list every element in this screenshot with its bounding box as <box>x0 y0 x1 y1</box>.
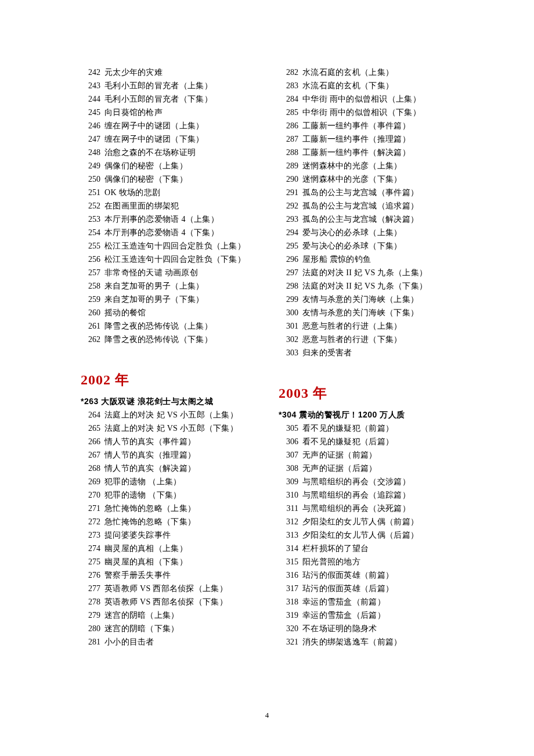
episode-line: 288工藤新一纽约事件（解决篇） <box>279 146 456 159</box>
episode-title: 缠在网子中的谜团（下集） <box>104 132 204 146</box>
episode-number: 255 <box>81 239 100 253</box>
episode-line: 287工藤新一纽约事件（推理篇） <box>279 132 456 146</box>
episode-number: 254 <box>81 226 100 239</box>
episode-line: 307无声的证据（前篇） <box>279 448 456 462</box>
episode-title: 友情与杀意的关门海峡（下集） <box>302 306 418 319</box>
episode-number: 276 <box>81 568 100 582</box>
episode-title: 归来的受害者 <box>302 346 352 359</box>
episode-line: 274幽灵屋的真相（上集） <box>81 542 258 555</box>
episode-title: 夕阳染红的女儿节人偶（前篇） <box>302 515 418 528</box>
episode-number: 287 <box>279 132 298 146</box>
episode-number: 300 <box>279 306 298 319</box>
episode-line: 282水流石庭的玄机（上集） <box>279 66 456 79</box>
episode-number: 289 <box>279 159 298 172</box>
episode-number: 305 <box>279 422 298 435</box>
episode-number: 297 <box>279 266 298 279</box>
episode-title: 急忙掩饰的忽略（下集） <box>104 515 196 528</box>
episode-title: 无声的证据（前篇） <box>302 448 377 462</box>
episode-line: 272急忙掩饰的忽略（下集） <box>81 515 258 528</box>
episode-title: 毛利小五郎的冒充者（下集） <box>104 92 212 106</box>
episode-line: 296屋形船 震惊的钓鱼 <box>279 253 456 266</box>
episode-number: 283 <box>279 79 298 92</box>
episode-title: 毛利小五郎的冒充者（上集） <box>104 79 212 92</box>
episode-title: 工藤新一纽约事件（事件篇） <box>302 119 410 132</box>
episode-title: 水流石庭的玄机（上集） <box>302 66 394 79</box>
episode-title: 本厅刑事的恋爱物语 4（上集） <box>104 213 219 226</box>
episode-number: 292 <box>279 199 298 213</box>
episode-line: 252在图画里面的绑架犯 <box>81 199 258 213</box>
episode-line: 281小小的目击者 <box>81 635 258 649</box>
episode-number: 264 <box>81 408 100 422</box>
episode-number: 262 <box>81 333 100 346</box>
episode-title: 消失的绑架逃逸车（前篇） <box>302 635 402 649</box>
episode-title: 摇动的餐馆 <box>104 306 146 319</box>
episode-line: 265法庭上的对决 妃 VS 小五郎（下集） <box>81 422 258 435</box>
episode-line: 293孤岛的公主与龙宫城（解决篇） <box>279 213 456 226</box>
episode-title: 阳光普照的地方 <box>302 555 360 568</box>
episode-line: 262降雪之夜的恐怖传说（下集） <box>81 333 258 346</box>
episode-title: 无声的证据（后篇） <box>302 462 377 475</box>
episode-line: 269犯罪的遗物 （上集） <box>81 475 258 488</box>
episode-line: 299友情与杀意的关门海峡（上集） <box>279 293 456 306</box>
episode-title: 友情与杀意的关门海峡（上集） <box>302 293 418 306</box>
episode-title: 恶意与胜者的行进（下集） <box>302 333 402 346</box>
episode-line: 290迷惘森林中的光彦（下集） <box>279 172 456 186</box>
episode-line: 306看不见的嫌疑犯（后篇） <box>279 435 456 448</box>
episode-number: 303 <box>279 346 298 359</box>
episode-title: 犯罪的遗物 （下集） <box>104 488 182 502</box>
episode-line: 308无声的证据（后篇） <box>279 462 456 475</box>
episode-title: 与黑暗组织的再会（交涉篇） <box>302 475 410 488</box>
episode-title: 偶像们的秘密（上集） <box>104 159 187 172</box>
episode-title: 偶像们的秘密（下集） <box>104 172 187 186</box>
episode-line: 320不在场证明的隐身术 <box>279 622 456 635</box>
episode-title: 在图画里面的绑架犯 <box>104 199 179 213</box>
episode-line: 305看不见的嫌疑犯（前篇） <box>279 422 456 435</box>
episode-line: 242元太少年的灾难 <box>81 66 258 79</box>
episode-number: 279 <box>81 609 100 622</box>
episode-line: 278英语教师 VS 西部名侦探（下集） <box>81 595 258 609</box>
episode-number: 248 <box>81 146 100 159</box>
episode-number: 267 <box>81 448 100 462</box>
episode-title: 栏杆损坏的了望台 <box>302 542 369 555</box>
episode-number: 272 <box>81 515 100 528</box>
episode-title: 警察手册丢失事件 <box>104 568 171 582</box>
episode-list-right-top: 282水流石庭的玄机（上集）283水流石庭的玄机（下集）284中华街 雨中的似曾… <box>279 66 456 359</box>
episode-line: 276警察手册丢失事件 <box>81 568 258 582</box>
episode-title: 松江玉造连句十四回合定胜负（上集） <box>104 239 246 253</box>
episode-line: 297法庭的对决 II 妃 VS 九条（上集） <box>279 266 456 279</box>
episode-title: 迷宫的阴暗（下集） <box>104 622 179 635</box>
episode-line: 261降雪之夜的恐怖传说（上集） <box>81 319 258 333</box>
episode-title: 爱与决心的必杀球（上集） <box>302 226 402 239</box>
episode-title: 看不见的嫌疑犯（前篇） <box>302 422 394 435</box>
episode-title: 英语教师 VS 西部名侦探（下集） <box>104 595 228 609</box>
episode-number: 295 <box>279 239 298 253</box>
episode-line: 249偶像们的秘密（上集） <box>81 159 258 172</box>
episode-title: 孤岛的公主与龙宫城（事件篇） <box>302 186 418 199</box>
left-column: 242元太少年的灾难243毛利小五郎的冒充者（上集）244毛利小五郎的冒充者（下… <box>81 66 258 649</box>
episode-title: 情人节的真实（推理篇） <box>104 448 196 462</box>
episode-number: 310 <box>279 488 298 502</box>
episode-title: 中华街 雨中的似曾相识（上集） <box>302 92 421 106</box>
episode-number: 315 <box>279 555 298 568</box>
episode-title: 工藤新一纽约事件（解决篇） <box>302 146 410 159</box>
episode-line: 253本厅刑事的恋爱物语 4（上集） <box>81 213 258 226</box>
episode-title: 非常奇怪的天谴 动画原创 <box>104 266 198 279</box>
episode-number: 259 <box>81 293 100 306</box>
episode-line: 310与黑暗组织的再会（追踪篇） <box>279 488 456 502</box>
episode-number: 269 <box>81 475 100 488</box>
episode-title: 玷污的假面英雄（前篇） <box>302 568 394 582</box>
episode-line: 319幸运的雪茄盒（后篇） <box>279 609 456 622</box>
episode-title: 提问婆婆失踪事件 <box>104 528 171 542</box>
episode-number: 313 <box>279 528 298 542</box>
episode-number: 320 <box>279 622 298 635</box>
episode-list-right-bottom: 305看不见的嫌疑犯（前篇）306看不见的嫌疑犯（后篇）307无声的证据（前篇）… <box>279 422 456 649</box>
episode-number: 308 <box>279 462 298 475</box>
movie-2003: *304 震动的警视厅！1200 万人质 <box>279 408 456 422</box>
episode-line: 294爱与决心的必杀球（上集） <box>279 226 456 239</box>
episode-title: 法庭的对决 II 妃 VS 九条（下集） <box>302 279 427 293</box>
year-heading-2002: 2002 年 <box>81 370 258 389</box>
episode-number: 266 <box>81 435 100 448</box>
episode-number: 284 <box>279 92 298 106</box>
episode-number: 271 <box>81 502 100 515</box>
episode-title: 屋形船 震惊的钓鱼 <box>302 253 371 266</box>
